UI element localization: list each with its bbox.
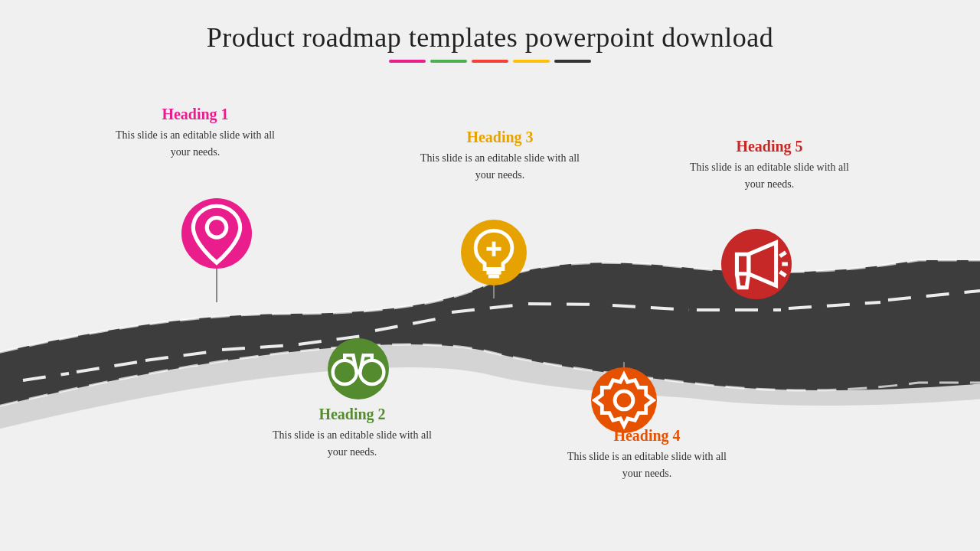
- svg-line-2: [145, 351, 214, 360]
- underline-bar-4: [513, 60, 550, 63]
- svg-line-27: [780, 272, 786, 276]
- body-text-5: This slide is an editable slide with all…: [689, 159, 850, 192]
- svg-line-6: [452, 305, 521, 312]
- page-title: Product roadmap templates powerpoint dow…: [0, 0, 980, 54]
- heading-4: Heading 4: [567, 427, 727, 445]
- svg-point-18: [333, 360, 357, 384]
- circle-1: [181, 198, 252, 269]
- underline-bar-2: [430, 60, 467, 63]
- heading-1: Heading 1: [115, 106, 276, 123]
- info-box-3: Heading 3 This slide is an editable slid…: [420, 129, 580, 183]
- circle-4: [591, 367, 657, 433]
- svg-line-10: [789, 302, 880, 308]
- circle-3: [461, 220, 527, 285]
- info-box-5: Heading 5 This slide is an editable slid…: [689, 138, 850, 192]
- svg-point-24: [615, 391, 633, 409]
- svg-line-8: [612, 305, 689, 310]
- heading-5: Heading 5: [689, 138, 850, 155]
- title-decoration: [0, 60, 980, 63]
- svg-line-5: [375, 318, 444, 331]
- underline-bar-1: [389, 60, 426, 63]
- svg-line-3: [222, 345, 291, 350]
- svg-line-11: [888, 291, 980, 300]
- circle-5: [721, 229, 792, 299]
- info-box-1: Heading 1 This slide is an editable slid…: [115, 106, 276, 160]
- svg-line-0: [23, 373, 69, 380]
- info-box-2: Heading 2 This slide is an editable slid…: [272, 406, 433, 460]
- underline-bar-5: [554, 60, 591, 63]
- svg-point-19: [360, 360, 384, 384]
- circle-2: [328, 338, 389, 399]
- svg-line-25: [780, 253, 786, 256]
- heading-2: Heading 2: [272, 406, 433, 423]
- svg-point-17: [207, 218, 227, 238]
- body-text-4: This slide is an editable slide with all…: [567, 448, 727, 481]
- info-box-4: Heading 4 This slide is an editable slid…: [567, 427, 727, 481]
- svg-line-7: [528, 304, 605, 305]
- body-text-3: This slide is an editable slide with all…: [420, 150, 580, 183]
- svg-line-1: [77, 362, 138, 372]
- heading-3: Heading 3: [420, 129, 580, 146]
- body-text-1: This slide is an editable slide with all…: [115, 127, 276, 160]
- underline-bar-3: [472, 60, 508, 63]
- body-text-2: This slide is an editable slide with all…: [272, 427, 433, 460]
